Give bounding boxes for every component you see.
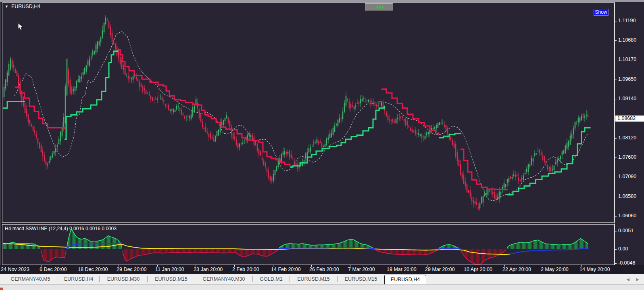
- chart-tab-gold-m1[interactable]: GOLD,M1: [253, 274, 290, 284]
- candles-up-bodies: [4, 17, 586, 208]
- time-tick-label: 23 Jan 20:00: [194, 267, 223, 272]
- ssl-up-line: [65, 50, 118, 139]
- price-tick-label: 1.09650: [618, 76, 636, 82]
- time-tick-label: 10 Apr 20:00: [464, 267, 492, 272]
- price-tick-mark: [615, 249, 617, 250]
- price-tick-mark: [615, 99, 617, 99]
- price-tick-mark: [615, 216, 617, 216]
- current-price-tag: 1.08682: [615, 116, 644, 122]
- chart-tab-germany40-m5[interactable]: GERMANY40,M5: [3, 274, 58, 284]
- price-tick-mark: [615, 60, 617, 60]
- time-tick-label: 11 Jan 20:00: [155, 267, 184, 272]
- price-tick-mark: [615, 177, 617, 177]
- price-tick-mark: [615, 263, 617, 264]
- time-tick-label: 6 Dec 20:00: [40, 267, 67, 272]
- candles-down-bodies: [12, 21, 588, 210]
- dashed-ma-line: [15, 31, 588, 201]
- candles-down-wicks: [12, 21, 588, 210]
- price-tick-mark: [615, 197, 617, 197]
- time-tick-label: 26 Feb 20:00: [309, 267, 339, 272]
- chart-tab-eurusd-m15[interactable]: EURUSD,M15: [148, 274, 195, 284]
- price-tick-mark: [615, 80, 617, 80]
- macd-negative-outline: [41, 250, 506, 264]
- time-tick-label: 29 Mar 20:00: [425, 267, 455, 272]
- indicator-title: H4 macd SSWLINE (12,24,4) 0.0016 0.0016 …: [5, 226, 117, 231]
- candles-up-wicks: [4, 15, 586, 211]
- candlestick-chart[interactable]: [2, 3, 614, 222]
- time-axis[interactable]: 24 Nov 20236 Dec 20:0018 Dec 20:0029 Dec…: [0, 265, 644, 274]
- price-tick-label: 1.11190: [618, 18, 636, 23]
- macd-histogram-negative: [41, 249, 505, 264]
- time-tick-label: 22 Apr 20:00: [502, 267, 531, 272]
- mouse-cursor-icon: [18, 23, 24, 32]
- chart-tab-eurusd-h4[interactable]: EURUSD,H4: [58, 274, 99, 284]
- macd-histogram-positive: [3, 230, 588, 249]
- price-tick-label: 1.06580: [618, 193, 636, 199]
- price-tick-label: 1.08120: [618, 135, 636, 141]
- tab-scroll-right-icon[interactable]: ▶: [636, 277, 639, 282]
- ssl-down-line: [15, 87, 65, 129]
- chart-tab-eurusd-m30[interactable]: EURUSD,M30: [100, 274, 147, 284]
- chart-tab-eurusd-m15[interactable]: EURUSD,M15: [338, 274, 384, 284]
- price-tick-mark: [615, 40, 617, 41]
- symbol-period-text: EURUSD,H4: [11, 4, 40, 9]
- time-tick-label: 29 Dec 20:00: [117, 267, 146, 272]
- chart-tab-germany40-m30[interactable]: GERMANY40,M30: [195, 274, 252, 284]
- price-tick-label: 0.0051: [618, 228, 634, 233]
- time-tick-label: 19 Mar 20:00: [387, 267, 417, 272]
- macd-positive-outline: [3, 230, 588, 249]
- chart-tab-eurusd-m15[interactable]: EURUSD,M15: [290, 274, 337, 284]
- corner-mark: [0, 288, 3, 290]
- ssl-down-line: [461, 149, 507, 190]
- time-tick-label: 14 May 20:00: [579, 267, 610, 272]
- main-chart-panel[interactable]: [2, 2, 615, 223]
- collapse-triangle-icon[interactable]: ▼: [5, 4, 8, 8]
- price-axis[interactable]: 1.08682 1.111901.106801.101701.096501.09…: [615, 2, 644, 265]
- time-tick-label: 2 May 20:00: [541, 267, 569, 272]
- corr-button[interactable]: corr: [365, 3, 393, 11]
- status-strip: [0, 284, 644, 290]
- price-tick-mark: [615, 231, 617, 231]
- time-tick-label: 24 Nov 2023: [1, 267, 29, 272]
- price-tick-mark: [615, 138, 617, 139]
- chart-tab-eurusd-h4[interactable]: EURUSD,H4: [384, 275, 426, 284]
- chart-symbol-label: ▼EURUSD,H4: [5, 4, 40, 9]
- price-tick-label: 1.09140: [618, 96, 636, 101]
- chart-tab-bar: GERMANY40,M5EURUSD,H4EURUSD,M30EURUSD,M1…: [0, 274, 644, 284]
- price-tick-label: 0.00: [618, 246, 628, 252]
- price-tick-label: 1.10170: [618, 57, 636, 62]
- tab-scroll-left-icon[interactable]: ◀: [626, 277, 629, 282]
- price-tick-label: 1.06060: [618, 213, 636, 219]
- ssl-up-line: [507, 127, 590, 195]
- ssl-down-line: [381, 89, 439, 135]
- time-tick-label: 14 Feb 20:00: [271, 267, 301, 272]
- time-tick-label: 2 Feb 20:00: [232, 267, 259, 272]
- time-tick-label: 18 Dec 20:00: [78, 267, 108, 272]
- mt4-window: ▼EURUSD,H4 corr Show H4 macd SSWLINE (12…: [0, 0, 644, 290]
- show-button[interactable]: Show: [594, 9, 609, 16]
- price-tick-mark: [615, 158, 617, 158]
- window-top-edge: [0, 0, 644, 2]
- price-tick-label: 1.10680: [618, 37, 636, 43]
- price-tick-label: 1.07600: [618, 154, 636, 160]
- time-tick-label: 7 Mar 20:00: [348, 267, 375, 272]
- price-tick-mark: [615, 21, 617, 21]
- ssl-down-line: [118, 50, 290, 166]
- window-left-edge: [0, 2, 0, 274]
- price-tick-label: 1.07090: [618, 174, 636, 179]
